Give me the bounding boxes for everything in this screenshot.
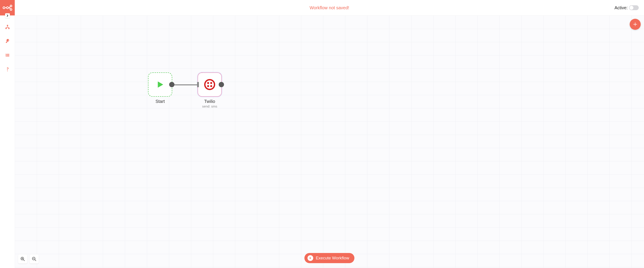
svg-point-10 — [207, 82, 209, 84]
svg-line-21 — [35, 260, 36, 261]
svg-point-8 — [7, 71, 8, 71]
svg-rect-5 — [7, 25, 8, 26]
n8n-logo-icon — [3, 5, 12, 11]
svg-point-13 — [210, 85, 212, 87]
sidebar-item-credentials[interactable] — [3, 38, 12, 44]
active-toggle-group: Active: — [614, 0, 639, 16]
toggle-knob — [630, 6, 634, 10]
execute-workflow-label: Execute Workflow — [316, 256, 349, 260]
play-icon — [156, 80, 165, 89]
svg-point-9 — [205, 80, 214, 89]
add-node-button[interactable] — [630, 19, 641, 30]
main-area: Workflow not saved! Active: Start — [15, 0, 644, 268]
svg-point-1 — [6, 7, 8, 9]
svg-point-0 — [3, 7, 5, 9]
svg-point-12 — [207, 85, 209, 87]
node-start-label: Start — [156, 99, 165, 104]
sidebar-nav — [3, 24, 12, 72]
node-twilio-input-port[interactable] — [197, 82, 199, 87]
workflows-icon — [5, 25, 10, 29]
execute-workflow-button[interactable]: Execute Workflow — [304, 253, 354, 263]
svg-line-17 — [23, 260, 24, 261]
svg-rect-6 — [5, 28, 6, 29]
svg-rect-7 — [8, 28, 9, 29]
active-label: Active: — [614, 5, 628, 10]
node-twilio[interactable] — [198, 72, 222, 97]
header: Workflow not saved! Active: — [15, 0, 644, 16]
sidebar-item-executions[interactable] — [3, 53, 12, 58]
chevron-right-icon — [6, 15, 8, 17]
app-logo[interactable] — [0, 0, 15, 16]
node-wrapper-start: Start — [148, 72, 172, 104]
zoom-out-button[interactable] — [30, 254, 39, 263]
sidebar — [0, 0, 15, 268]
list-icon — [5, 53, 10, 58]
zoom-in-icon — [20, 256, 25, 261]
sidebar-item-help[interactable] — [3, 67, 12, 72]
node-twilio-output-port[interactable] — [219, 82, 224, 87]
node-wrapper-twilio: Twilio send: sms — [198, 72, 222, 108]
node-start-output-port[interactable] — [169, 82, 174, 87]
node-start[interactable] — [148, 72, 172, 97]
active-toggle[interactable] — [629, 5, 639, 10]
edge-start-to-twilio[interactable] — [172, 85, 199, 85]
plus-icon — [633, 22, 638, 27]
execute-play-icon — [308, 255, 313, 261]
question-icon — [6, 67, 9, 72]
sidebar-item-workflows[interactable] — [3, 24, 12, 30]
node-twilio-label: Twilio — [204, 99, 215, 104]
zoom-out-icon — [32, 256, 36, 261]
key-icon — [5, 39, 10, 44]
node-twilio-sublabel: send: sms — [202, 104, 217, 108]
zoom-in-button[interactable] — [18, 254, 27, 263]
twilio-icon — [204, 79, 215, 90]
svg-point-11 — [210, 82, 212, 84]
zoom-controls — [18, 254, 39, 263]
sidebar-expand-button[interactable] — [5, 13, 10, 18]
workflow-status-text: Workflow not saved! — [310, 5, 349, 10]
workflow-canvas[interactable]: Start Twilio send: sms — [15, 16, 644, 268]
